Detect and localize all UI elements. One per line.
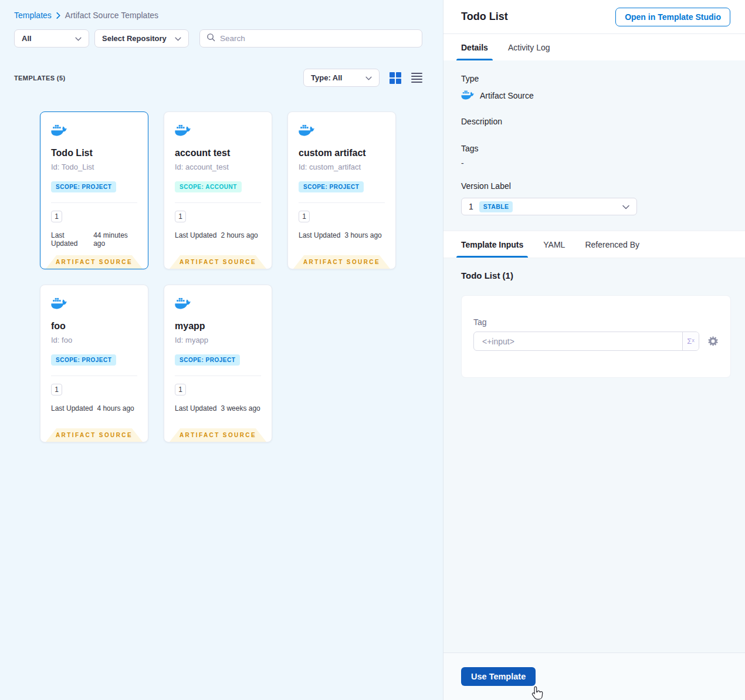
templates-count-label: TEMPLATES (5) [14, 75, 66, 82]
last-updated-label: Last Updated [51, 404, 93, 412]
version-chip: 1 [175, 211, 186, 222]
version-chip: 1 [51, 211, 62, 222]
docker-icon [51, 124, 137, 138]
search-input[interactable] [220, 34, 415, 43]
template-card[interactable]: myapp Id: myapp SCOPE: PROJECT 1 Last Up… [164, 285, 272, 442]
content-spacer [443, 378, 745, 652]
list-header: TEMPLATES (5) Type: All [14, 69, 422, 87]
template-card[interactable]: foo Id: foo SCOPE: PROJECT 1 Last Update… [40, 285, 148, 442]
last-updated: Last Updated 3 hours ago [299, 231, 385, 239]
type-label: Type [461, 74, 727, 83]
template-details-panel: Todo List Open in Template Studio Detail… [443, 0, 745, 700]
template-card-grid: Todo List Id: Todo_List SCOPE: PROJECT 1… [40, 111, 443, 442]
details-section: Type Artifact Source Description Tags - … [443, 60, 745, 215]
list-view-icon[interactable] [411, 73, 422, 83]
expression-input-button[interactable]: Σˣ [682, 332, 699, 350]
grid-view-icon[interactable] [390, 72, 401, 84]
template-card[interactable]: Todo List Id: Todo_List SCOPE: PROJECT 1… [40, 111, 148, 269]
template-card[interactable]: account test Id: account_test SCOPE: ACC… [164, 111, 272, 269]
breadcrumb-templates-link[interactable]: Templates [14, 11, 52, 20]
tab-referenced-by-label: Referenced By [585, 240, 639, 249]
docker-icon [299, 124, 385, 138]
stable-badge: STABLE [479, 201, 513, 212]
last-updated: Last Updated 44 minutes ago [51, 231, 137, 248]
tab-details[interactable]: Details [461, 34, 488, 60]
last-updated: Last Updated 2 hours ago [175, 231, 261, 239]
template-card-id: Id: custom_artifact [299, 163, 385, 171]
tab-template-inputs[interactable]: Template Inputs [461, 231, 523, 258]
card-divider [175, 202, 261, 203]
gear-icon[interactable] [707, 336, 719, 347]
type-filter-dropdown[interactable]: Type: All [303, 69, 380, 87]
type-filter-value: Type: All [311, 73, 342, 82]
inputs-tab-bar: Template Inputs YAML Referenced By [443, 231, 745, 258]
inputs-card: Tag Σˣ [461, 295, 731, 378]
template-card-id: Id: account_test [175, 163, 261, 171]
chevron-down-icon [75, 34, 82, 43]
docker-icon [175, 297, 261, 312]
artifact-source-ribbon: ARTIFACT SOURCE [46, 428, 143, 442]
search-box[interactable] [199, 29, 422, 48]
tab-activity-log[interactable]: Activity Log [508, 34, 550, 60]
card-divider [51, 202, 137, 203]
breadcrumb-current: Artifact Source Templates [65, 11, 158, 20]
last-updated-label: Last Updated [51, 231, 89, 248]
template-card-title: Todo List [51, 148, 137, 158]
scope-badge: SCOPE: ACCOUNT [175, 181, 242, 192]
version-select[interactable]: 1 STABLE [461, 198, 637, 215]
last-updated-value: 4 hours ago [97, 404, 134, 412]
tag-input[interactable] [474, 332, 682, 350]
type-value: Artifact Source [480, 91, 534, 100]
details-header: Todo List Open in Template Studio [443, 0, 745, 33]
version-chip: 1 [175, 384, 186, 395]
open-template-studio-button[interactable]: Open in Template Studio [615, 8, 730, 26]
tab-referenced-by[interactable]: Referenced By [585, 231, 639, 258]
scope-filter-dropdown[interactable]: All [14, 29, 89, 48]
tab-activity-log-label: Activity Log [508, 43, 550, 52]
version-value: 1 [469, 202, 473, 211]
card-divider [175, 376, 261, 376]
chevron-down-icon [622, 201, 629, 212]
tab-yaml-label: YAML [543, 240, 565, 249]
last-updated-label: Last Updated [175, 404, 216, 412]
last-updated-label: Last Updated [299, 231, 340, 239]
description-label: Description [461, 117, 727, 126]
scope-badge: SCOPE: PROJECT [51, 354, 116, 366]
last-updated: Last Updated 3 weeks ago [175, 404, 261, 412]
repository-filter-dropdown[interactable]: Select Repository [94, 29, 189, 48]
tag-input-wrap: Σˣ [473, 332, 699, 351]
template-card-id: Id: myapp [175, 336, 261, 344]
chevron-down-icon [365, 73, 372, 82]
artifact-source-ribbon: ARTIFACT SOURCE [170, 255, 266, 269]
template-card-id: Id: foo [51, 336, 137, 344]
repository-filter-value: Select Repository [102, 34, 167, 43]
last-updated-label: Last Updated [175, 231, 216, 239]
chevron-down-icon [175, 34, 181, 43]
version-label: Version Label [461, 181, 727, 191]
inputs-title: Todo List (1) [461, 270, 731, 280]
breadcrumb: Templates Artifact Source Templates [14, 11, 422, 20]
version-chip: 1 [299, 211, 310, 222]
template-card-title: foo [51, 321, 137, 332]
card-divider [299, 202, 385, 203]
tab-yaml[interactable]: YAML [543, 231, 565, 258]
docker-icon [461, 90, 475, 102]
template-card-id: Id: Todo_List [51, 163, 137, 171]
scope-badge: SCOPE: PROJECT [51, 181, 116, 192]
tab-details-label: Details [461, 43, 488, 52]
template-card-title: account test [175, 148, 261, 158]
chevron-right-icon [56, 12, 61, 19]
artifact-source-ribbon: ARTIFACT SOURCE [293, 255, 390, 269]
scope-filter-value: All [22, 34, 32, 43]
last-updated: Last Updated 4 hours ago [51, 404, 137, 412]
details-title: Todo List [461, 11, 508, 23]
use-template-button[interactable]: Use Template [461, 667, 536, 686]
docker-icon [51, 297, 137, 312]
last-updated-value: 2 hours ago [221, 231, 258, 239]
tags-label: Tags [461, 144, 727, 153]
version-chip: 1 [51, 384, 62, 395]
search-icon [206, 33, 215, 44]
tag-field-label: Tag [473, 317, 719, 327]
template-card[interactable]: custom artifact Id: custom_artifact SCOP… [287, 111, 396, 269]
template-card-title: custom artifact [299, 148, 385, 158]
